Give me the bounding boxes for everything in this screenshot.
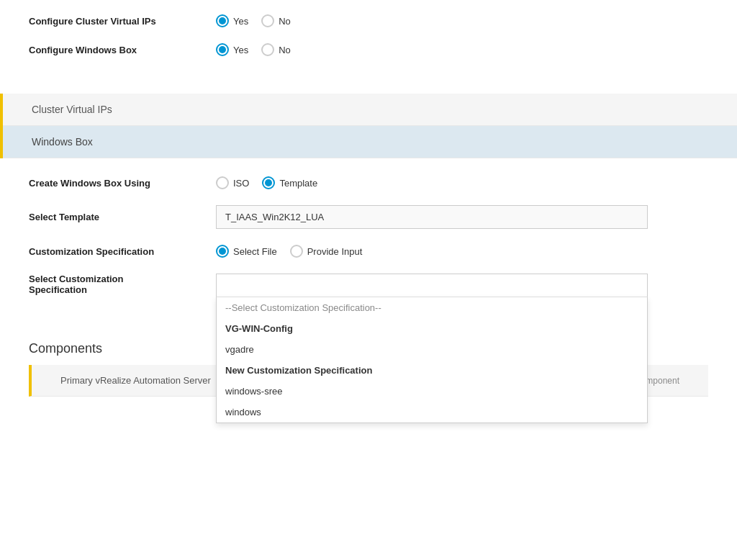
create-template-indicator xyxy=(265,179,272,186)
dropdown-option-windows[interactable]: windows xyxy=(217,402,647,423)
cluster-vips-yes-label: Yes xyxy=(233,16,248,27)
windows-box-no-radio[interactable] xyxy=(261,43,274,56)
windows-box-yes-option[interactable]: Yes xyxy=(216,43,248,56)
windows-box-form: Create Windows Box Using ISO Template Se… xyxy=(0,158,737,327)
windows-box-no-label: No xyxy=(279,45,291,55)
dropdown-option-vg-win-config[interactable]: VG-WIN-Config xyxy=(217,318,647,339)
configure-cluster-vips-label: Configure Cluster Virtual IPs xyxy=(29,16,216,27)
configure-windows-box-label: Configure Windows Box xyxy=(29,45,216,55)
dropdown-option-placeholder[interactable]: --Select Customization Specification-- xyxy=(217,297,647,318)
select-file-label: Select File xyxy=(233,246,277,257)
dropdown-option-vgadre[interactable]: vgadre xyxy=(217,339,647,360)
create-windows-box-row: Create Windows Box Using ISO Template xyxy=(29,176,708,189)
customization-specification-label: Customization Specification xyxy=(29,246,216,257)
customization-specification-input[interactable] xyxy=(216,274,648,297)
provide-input-radio[interactable] xyxy=(290,245,303,258)
select-template-label: Select Template xyxy=(29,212,216,222)
provide-input-label: Provide Input xyxy=(307,246,363,257)
create-iso-option[interactable]: ISO xyxy=(216,176,249,189)
cluster-virtual-ips-section-header[interactable]: Cluster Virtual IPs xyxy=(3,94,737,126)
create-template-option[interactable]: Template xyxy=(262,176,317,189)
configure-windows-box-radios: Yes No xyxy=(216,43,291,56)
customization-specification-radios: Select File Provide Input xyxy=(216,245,362,258)
customization-specification-dropdown-wrapper: --Select Customization Specification-- V… xyxy=(216,274,648,297)
cluster-vips-yes-indicator xyxy=(219,17,226,24)
select-file-radio[interactable] xyxy=(216,245,229,258)
create-windows-box-radios: ISO Template xyxy=(216,176,317,189)
dropdown-option-new-customization[interactable]: New Customization Specification xyxy=(217,360,647,381)
provide-input-option[interactable]: Provide Input xyxy=(290,245,363,258)
select-template-row: Select Template T_IAAS_Win2K12_LUA xyxy=(29,205,708,229)
select-customization-row: Select Customization Specification --Sel… xyxy=(29,274,708,297)
configure-windows-box-row: Configure Windows Box Yes No xyxy=(29,43,708,56)
customization-specification-dropdown-list: --Select Customization Specification-- V… xyxy=(216,297,648,423)
cluster-vips-no-label: No xyxy=(279,16,291,27)
cluster-vips-no-option[interactable]: No xyxy=(261,14,291,27)
cluster-vips-yes-option[interactable]: Yes xyxy=(216,14,248,27)
cluster-virtual-ips-section-label: Cluster Virtual IPs xyxy=(32,104,112,115)
create-windows-box-label: Create Windows Box Using xyxy=(29,178,216,189)
configure-cluster-vips-row: Configure Cluster Virtual IPs Yes No xyxy=(29,14,708,27)
section-headers: Cluster Virtual IPs Windows Box xyxy=(0,94,737,158)
cluster-vips-yes-radio[interactable] xyxy=(216,14,229,27)
component-label: Primary vRealize Automation Server xyxy=(60,375,211,386)
dropdown-option-windows-sree[interactable]: windows-sree xyxy=(217,381,647,402)
create-iso-label: ISO xyxy=(233,178,249,189)
page-container: Configure Cluster Virtual IPs Yes No Con… xyxy=(0,0,737,560)
windows-box-section-header[interactable]: Windows Box xyxy=(3,126,737,158)
select-customization-label: Select Customization Specification xyxy=(29,274,216,295)
top-section: Configure Cluster Virtual IPs Yes No Con… xyxy=(0,0,737,94)
windows-box-yes-radio[interactable] xyxy=(216,43,229,56)
create-template-radio[interactable] xyxy=(262,176,275,189)
windows-box-yes-label: Yes xyxy=(233,45,248,55)
select-template-value[interactable]: T_IAAS_Win2K12_LUA xyxy=(216,205,648,229)
select-file-option[interactable]: Select File xyxy=(216,245,277,258)
windows-box-section-label: Windows Box xyxy=(32,136,93,148)
windows-box-yes-indicator xyxy=(219,46,226,53)
select-file-indicator xyxy=(219,248,226,255)
create-iso-radio[interactable] xyxy=(216,176,229,189)
configure-cluster-vips-radios: Yes No xyxy=(216,14,291,27)
customization-specification-row: Customization Specification Select File … xyxy=(29,245,708,258)
cluster-vips-no-radio[interactable] xyxy=(261,14,274,27)
create-template-label: Template xyxy=(279,178,317,189)
windows-box-no-option[interactable]: No xyxy=(261,43,291,56)
